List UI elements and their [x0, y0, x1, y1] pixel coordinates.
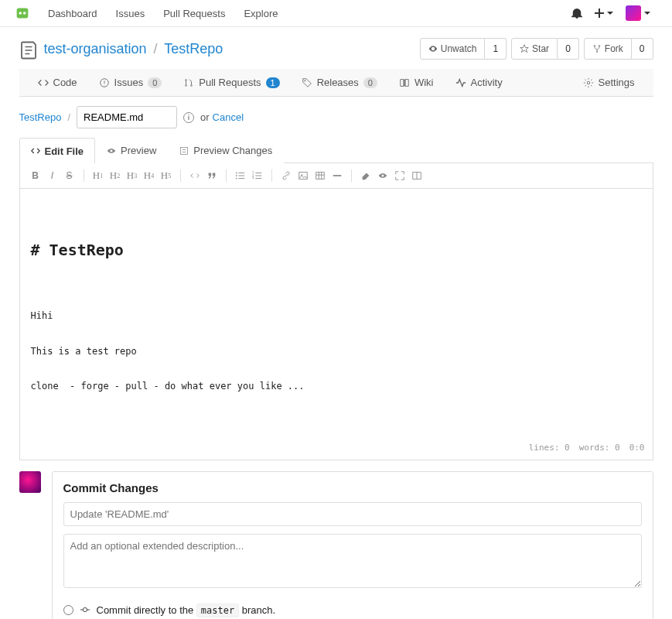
tag-icon: [302, 77, 312, 88]
commit-icon: [80, 604, 90, 615]
editor-body: Hihi This is a test repo clone - forge -…: [31, 307, 642, 395]
tab-issues[interactable]: Issues 0: [88, 69, 173, 96]
tab-pulls[interactable]: Pull Requests 1: [172, 69, 290, 96]
fork-icon: [592, 44, 602, 53]
repo-name-link[interactable]: TestRepo: [164, 41, 223, 56]
commit-direct-option[interactable]: Commit directly to the master branch.: [63, 604, 642, 616]
edit-tabs: Edit File Preview Preview Changes: [19, 138, 653, 163]
svg-point-0: [19, 12, 22, 15]
editor-toolbar: B I S H1 H2 H3 H4 H5 123: [19, 163, 653, 189]
image-button[interactable]: [295, 168, 311, 183]
issues-badge: 0: [148, 77, 162, 88]
commit-title: Commit Changes: [63, 481, 642, 494]
top-navbar: Dashboard Issues Pull Requests Explore: [0, 0, 672, 27]
repo-header: test-organisation / TestRepo Unwatch 1 S…: [19, 38, 653, 60]
link-button[interactable]: [278, 168, 294, 183]
pulls-badge: 1: [266, 77, 280, 88]
tab-edit-file[interactable]: Edit File: [19, 138, 96, 163]
eye-icon: [428, 44, 438, 53]
star-icon: [520, 44, 529, 53]
star-button[interactable]: Star: [511, 38, 558, 60]
h2-button[interactable]: H2: [107, 168, 123, 183]
tab-preview[interactable]: Preview: [95, 138, 168, 163]
table-button[interactable]: [312, 168, 328, 183]
code-icon: [38, 77, 49, 88]
nav-explore[interactable]: Explore: [234, 0, 287, 27]
user-avatar-icon: [626, 5, 641, 21]
hr-button[interactable]: [329, 168, 345, 183]
breadcrumb-root[interactable]: TestRepo: [19, 111, 62, 123]
fork-count[interactable]: 0: [632, 38, 653, 60]
repo-tabs: Code Issues 0 Pull Requests 1 Releases 0…: [19, 69, 653, 97]
code-editor[interactable]: # TestRepo Hihi This is a test repo clon…: [19, 189, 653, 460]
svg-point-8: [235, 178, 237, 180]
eye-icon: [107, 146, 116, 156]
strike-button[interactable]: S: [62, 168, 77, 183]
fullscreen-button[interactable]: [392, 168, 408, 183]
h3-button[interactable]: H3: [125, 168, 140, 183]
notifications-icon[interactable]: [571, 8, 582, 19]
tab-wiki[interactable]: Wiki: [388, 69, 445, 96]
watch-count[interactable]: 1: [485, 38, 507, 60]
or-label: or: [200, 111, 210, 123]
preview-toggle-button[interactable]: [375, 168, 391, 183]
tab-preview-changes[interactable]: Preview Changes: [168, 138, 284, 163]
radio-direct[interactable]: [63, 605, 73, 615]
commit-summary-input[interactable]: [63, 502, 642, 526]
ol-button[interactable]: 123: [250, 168, 265, 183]
filename-input[interactable]: [77, 106, 177, 128]
repo-icon: [19, 39, 38, 58]
commit-form: Commit Changes Commit directly to the ma…: [52, 471, 653, 619]
svg-rect-14: [316, 173, 324, 180]
svg-point-7: [235, 175, 237, 176]
tab-code[interactable]: Code: [27, 69, 88, 96]
italic-button[interactable]: I: [45, 168, 60, 183]
pull-icon: [183, 77, 194, 88]
clean-button[interactable]: [358, 168, 374, 183]
repo-divider: /: [154, 41, 158, 56]
svg-text:3: 3: [252, 176, 254, 180]
h1-button[interactable]: H1: [90, 168, 106, 183]
user-menu[interactable]: [626, 5, 650, 21]
editor-line-1: # TestRepo: [31, 235, 642, 265]
book-icon: [399, 77, 410, 88]
repo-owner-link[interactable]: test-organisation: [44, 41, 147, 56]
nav-pulls[interactable]: Pull Requests: [154, 0, 234, 27]
svg-point-1: [23, 12, 26, 15]
bold-button[interactable]: B: [28, 168, 43, 183]
create-menu[interactable]: [595, 9, 613, 18]
svg-point-3: [304, 80, 305, 81]
star-count[interactable]: 0: [558, 38, 579, 60]
nav-dashboard[interactable]: Dashboard: [39, 0, 107, 27]
cancel-edit-link[interactable]: Cancel: [213, 111, 244, 123]
h5-button[interactable]: H5: [159, 168, 174, 183]
svg-point-6: [235, 173, 237, 174]
svg-rect-5: [181, 147, 188, 154]
info-icon[interactable]: i: [183, 112, 194, 123]
svg-point-4: [587, 81, 590, 84]
sidebyside-button[interactable]: [409, 168, 425, 183]
unwatch-button[interactable]: Unwatch: [420, 38, 486, 60]
tab-releases[interactable]: Releases 0: [291, 69, 388, 96]
svg-rect-12: [298, 173, 307, 180]
commit-avatar-icon: [19, 471, 41, 493]
fork-button[interactable]: Fork: [584, 38, 632, 60]
pulse-icon: [455, 77, 466, 88]
ul-button[interactable]: [233, 168, 248, 183]
quote-button[interactable]: [204, 168, 220, 183]
nav-issues[interactable]: Issues: [107, 0, 155, 27]
gear-icon: [583, 77, 594, 88]
svg-point-16: [83, 607, 87, 611]
file-breadcrumb: TestRepo / i or Cancel: [19, 97, 653, 138]
tab-settings[interactable]: Settings: [572, 69, 646, 96]
tab-activity[interactable]: Activity: [445, 69, 513, 96]
code-button[interactable]: [187, 168, 203, 183]
code-icon: [31, 146, 40, 156]
commit-description-input[interactable]: [63, 534, 642, 588]
diff-icon: [179, 146, 189, 156]
h4-button[interactable]: H4: [142, 168, 157, 183]
gitea-logo[interactable]: [14, 5, 31, 22]
issue-icon: [99, 77, 110, 88]
editor-status-bar: lines: 0 words: 0 0:0: [529, 440, 645, 457]
releases-badge: 0: [363, 77, 377, 88]
